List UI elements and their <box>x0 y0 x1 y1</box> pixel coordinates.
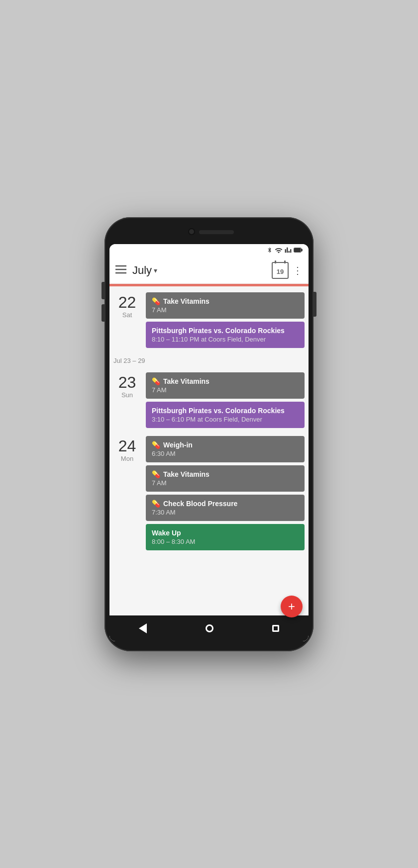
vitamins-icon: 💊 <box>152 470 160 478</box>
event-pirates-sun[interactable]: Pittsburgh Pirates vs. Colorado Rockies … <box>146 402 305 428</box>
day-name-22: Sat <box>122 311 132 319</box>
event-weigh-in-mon[interactable]: 💊 Weigh-in 6:30 AM <box>146 436 305 462</box>
volume-down-button[interactable] <box>102 304 104 322</box>
app-bar-actions: 19 ⋮ <box>272 262 303 279</box>
event-time: 6:30 AM <box>152 450 299 457</box>
back-icon <box>139 623 147 633</box>
event-time: 3:10 – 6:10 PM at Coors Field, Denver <box>152 416 299 423</box>
hamburger-menu-icon[interactable] <box>115 265 126 276</box>
month-label: July <box>132 264 152 277</box>
day-number-24: 24 <box>118 438 136 454</box>
event-title: 💊 Take Vitamins <box>152 297 299 305</box>
svg-rect-1 <box>301 249 302 251</box>
event-check-blood-pressure-mon[interactable]: 💊 Check Blood Pressure 7:30 AM <box>146 495 305 521</box>
day-section-24: 24 Mon 💊 Weigh-in 6:30 AM 💊 Ta <box>109 430 309 552</box>
app-bar: July ▾ 19 ⋮ <box>109 258 309 284</box>
speaker <box>199 230 234 234</box>
event-take-vitamins-mon[interactable]: 💊 Take Vitamins 7 AM <box>146 465 305 492</box>
week-range-label: Jul 23 – 29 <box>113 357 145 364</box>
goto-date-button[interactable]: 19 <box>272 262 289 279</box>
day-number-22: 22 <box>118 294 136 310</box>
bluetooth-icon <box>267 246 273 256</box>
camera <box>188 228 195 235</box>
event-time: 8:10 – 11:10 PM at Coors Field, Denver <box>152 336 299 343</box>
event-title: Pittsburgh Pirates vs. Colorado Rockies <box>152 327 299 335</box>
event-name: Pittsburgh Pirates vs. Colorado Rockies <box>152 327 285 335</box>
event-title: Wake Up <box>152 529 299 537</box>
recents-button[interactable] <box>262 621 289 636</box>
event-take-vitamins-sat[interactable]: 💊 Take Vitamins 7 AM <box>146 292 305 319</box>
calendar-date-number: 19 <box>277 268 284 275</box>
phone-device: July ▾ 19 ⋮ 22 Sat <box>104 217 314 651</box>
event-name: Take Vitamins <box>163 297 209 305</box>
event-name: Pittsburgh Pirates vs. Colorado Rockies <box>152 407 285 415</box>
event-take-vitamins-sun[interactable]: 💊 Take Vitamins 7 AM <box>146 372 305 399</box>
phone-screen: July ▾ 19 ⋮ 22 Sat <box>109 244 309 641</box>
week-header: Jul 23 – 29 <box>109 350 309 366</box>
svg-rect-2 <box>294 249 300 252</box>
event-title: 💊 Take Vitamins <box>152 470 299 478</box>
event-time: 7:30 AM <box>152 509 299 516</box>
power-button[interactable] <box>314 292 316 317</box>
event-time: 8:00 – 8:30 AM <box>152 538 299 545</box>
event-name: Wake Up <box>152 529 181 537</box>
weigh-icon: 💊 <box>152 441 160 449</box>
battery-icon <box>294 247 303 255</box>
month-dropdown-arrow: ▾ <box>154 266 157 274</box>
day-label-24: 24 Mon <box>113 436 141 550</box>
event-time: 7 AM <box>152 306 299 314</box>
bottom-spacer <box>109 552 309 560</box>
wifi-icon <box>275 247 283 255</box>
bp-icon: 💊 <box>152 500 160 508</box>
status-bar <box>109 244 309 258</box>
signal-icon <box>285 247 292 255</box>
event-title: 💊 Weigh-in <box>152 441 299 449</box>
more-options-icon[interactable]: ⋮ <box>293 264 303 276</box>
event-time: 7 AM <box>152 479 299 487</box>
event-wake-up-mon[interactable]: Wake Up 8:00 – 8:30 AM <box>146 524 305 550</box>
add-event-fab[interactable]: + <box>281 596 303 617</box>
event-name: Take Vitamins <box>163 377 209 385</box>
day-events-22: 💊 Take Vitamins 7 AM Pittsburgh Pirates … <box>146 292 305 348</box>
event-name: Check Blood Pressure <box>163 500 237 508</box>
day-name-24: Mon <box>121 455 133 462</box>
vitamins-icon: 💊 <box>152 297 160 305</box>
day-events-24: 💊 Weigh-in 6:30 AM 💊 Take Vitamins 7 AM <box>146 436 305 550</box>
event-name: Take Vitamins <box>163 470 209 478</box>
home-button[interactable] <box>196 620 223 636</box>
event-name: Weigh-in <box>163 441 193 449</box>
add-icon: + <box>288 601 295 612</box>
day-label-22: 22 Sat <box>113 292 141 348</box>
month-title[interactable]: July ▾ <box>132 264 272 277</box>
vitamins-icon: 💊 <box>152 377 160 385</box>
event-time: 7 AM <box>152 386 299 394</box>
day-label-23: 23 Sun <box>113 372 141 428</box>
event-title: Pittsburgh Pirates vs. Colorado Rockies <box>152 407 299 415</box>
event-pirates-sat[interactable]: Pittsburgh Pirates vs. Colorado Rockies … <box>146 322 305 348</box>
volume-up-button[interactable] <box>102 282 104 299</box>
home-icon <box>206 624 213 632</box>
day-name-23: Sun <box>121 391 133 399</box>
day-events-23: 💊 Take Vitamins 7 AM Pittsburgh Pirates … <box>146 372 305 428</box>
day-section-22: 22 Sat 💊 Take Vitamins 7 AM Pittsburgh P… <box>109 286 309 350</box>
navigation-bar <box>109 615 309 641</box>
day-section-23: 23 Sun 💊 Take Vitamins 7 AM Pittsburgh P… <box>109 366 309 430</box>
calendar-scroll[interactable]: 22 Sat 💊 Take Vitamins 7 AM Pittsburgh P… <box>109 284 309 615</box>
day-number-23: 23 <box>118 374 136 390</box>
event-title: 💊 Check Blood Pressure <box>152 500 299 508</box>
recents-icon <box>272 625 279 632</box>
event-title: 💊 Take Vitamins <box>152 377 299 385</box>
back-button[interactable] <box>129 619 157 637</box>
